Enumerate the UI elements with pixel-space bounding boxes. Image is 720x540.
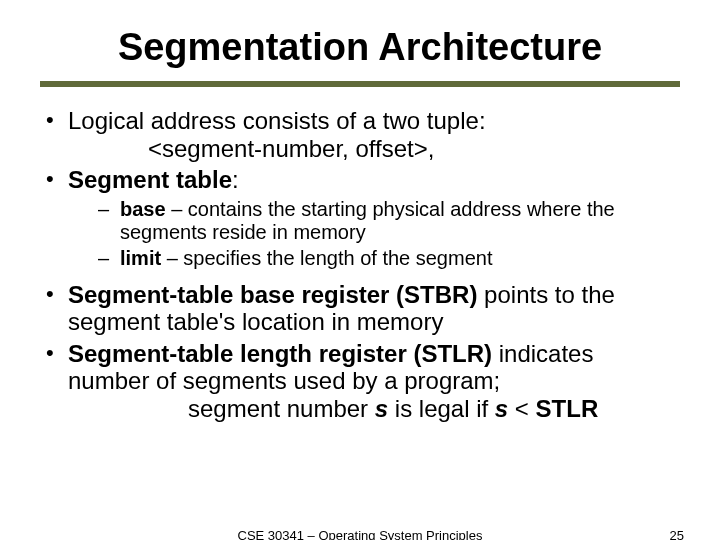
bullet-4-bold: Segment-table length register (STLR) bbox=[68, 340, 492, 367]
cond-mid: is legal if bbox=[388, 395, 495, 422]
bullet-4-condition: segment number s is legal if s < STLR bbox=[68, 395, 680, 423]
slide: Segmentation Architecture Logical addres… bbox=[0, 0, 720, 540]
sub-1-rest: – contains the starting physical address… bbox=[120, 198, 615, 244]
sub-1: base – contains the starting physical ad… bbox=[98, 198, 680, 245]
title-divider bbox=[40, 81, 680, 87]
cond-a: segment number bbox=[188, 395, 375, 422]
bullet-2-label: Segment table bbox=[68, 166, 232, 193]
bullet-list: Logical address consists of a two tuple:… bbox=[40, 107, 680, 423]
sub-2: limit – specifies the length of the segm… bbox=[98, 247, 680, 271]
bullet-1-tuple: <segment-number, offset>, bbox=[68, 135, 680, 163]
cond-s1: s bbox=[375, 395, 388, 422]
sub-list: base – contains the starting physical ad… bbox=[68, 198, 680, 271]
footer-text: CSE 30341 – Operating System Principles bbox=[238, 528, 483, 540]
bullet-2: Segment table: base – contains the start… bbox=[46, 166, 680, 270]
cond-lt: < bbox=[508, 395, 535, 422]
bullet-3-bold: Segment-table base register (STBR) bbox=[68, 281, 477, 308]
bullet-1-text: Logical address consists of a two tuple: bbox=[68, 107, 486, 134]
cond-s2: s bbox=[495, 395, 508, 422]
bullet-2-colon: : bbox=[232, 166, 239, 193]
sub-2-kw: limit bbox=[120, 247, 161, 269]
sub-1-kw: base bbox=[120, 198, 166, 220]
cond-stlr: STLR bbox=[536, 395, 599, 422]
bullet-3: Segment-table base register (STBR) point… bbox=[46, 281, 680, 336]
bullet-4: Segment-table length register (STLR) ind… bbox=[46, 340, 680, 423]
bullet-1: Logical address consists of a two tuple:… bbox=[46, 107, 680, 162]
page-number: 25 bbox=[670, 528, 684, 540]
sub-2-rest: – specifies the length of the segment bbox=[161, 247, 492, 269]
slide-title: Segmentation Architecture bbox=[40, 26, 680, 69]
slide-body: Logical address consists of a two tuple:… bbox=[40, 107, 680, 423]
